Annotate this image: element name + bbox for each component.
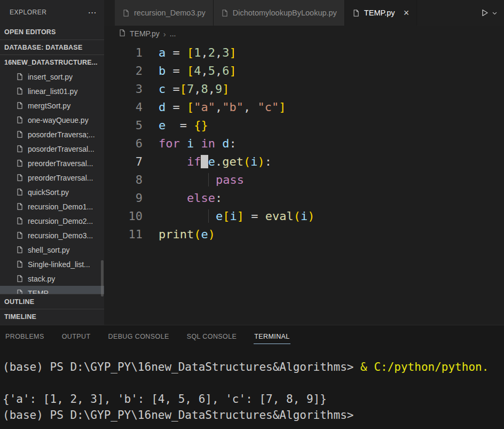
file-icon <box>122 9 130 17</box>
line-number: 1 <box>104 44 143 62</box>
code-text: else: <box>159 189 222 207</box>
panel-tab[interactable]: OUTPUT <box>61 329 91 344</box>
code-text: b = [4,5,6] <box>159 62 237 80</box>
workbench: EXPLORER ⋯ OPEN EDITORS DATABASE: DATABA… <box>0 0 504 325</box>
run-button[interactable] <box>481 9 489 17</box>
chevron-down-icon[interactable] <box>492 10 498 16</box>
editor-tab[interactable]: TEMP.py× <box>345 0 417 26</box>
file-name: linear_list01.py <box>28 87 77 96</box>
explorer-sidebar: EXPLORER ⋯ OPEN EDITORS DATABASE: DATABA… <box>0 0 104 325</box>
code-editor[interactable]: 1a = [1,2,3]2b = [4,5,6]3c =[7,8,9]4d = … <box>104 42 504 325</box>
breadcrumb-file[interactable]: TEMP.py <box>130 29 160 38</box>
tab-label: recursion_Demo3.py <box>134 9 206 17</box>
line-number: 6 <box>104 135 143 153</box>
panel-tab[interactable]: TERMINAL <box>254 329 290 344</box>
tab-label: DichotomylookupByLookup.py <box>233 9 337 17</box>
file-item[interactable]: preorderTraversal... <box>0 170 104 185</box>
editor-tab[interactable]: recursion_Demo3.py <box>115 0 214 26</box>
code-text: c =[7,8,9] <box>159 80 230 98</box>
section-outline[interactable]: OUTLINE <box>0 294 104 309</box>
file-item[interactable]: preorderTraversal... <box>0 156 104 170</box>
line-number: 4 <box>104 98 143 116</box>
code-text: d = ["a","b", "c"] <box>159 98 286 116</box>
code-line[interactable]: 10 e[i] = eval(i) <box>104 207 504 225</box>
terminal-line: (base) PS D:\GYP_PY\16new_DataStructures… <box>3 407 504 423</box>
file-icon <box>16 145 23 153</box>
line-number: 10 <box>104 207 143 225</box>
file-icon <box>16 289 23 294</box>
panel-tab[interactable]: SQL CONSOLE <box>186 329 238 344</box>
code-line[interactable]: 6for i in d: <box>104 135 504 153</box>
file-icon <box>16 159 23 167</box>
code-line[interactable]: 3c =[7,8,9] <box>104 80 504 98</box>
editor-tab[interactable]: DichotomylookupByLookup.py <box>214 0 345 26</box>
close-icon[interactable]: × <box>404 8 410 18</box>
file-item[interactable]: insert_sort.py <box>0 69 104 84</box>
file-item[interactable]: quickSort.py <box>0 185 104 199</box>
file-name: preorderTraversal... <box>28 159 93 168</box>
file-icon <box>16 260 23 268</box>
editor-actions <box>481 0 504 26</box>
file-icon <box>119 29 126 38</box>
file-item[interactable]: recursion_Demo1... <box>0 199 104 214</box>
file-item[interactable]: mergtSort.py <box>0 98 104 113</box>
sidebar-scrollbar[interactable] <box>101 260 104 297</box>
code-line[interactable]: 9 else: <box>104 189 504 207</box>
file-icon <box>16 217 23 225</box>
file-item[interactable]: shell_sort.py <box>0 243 104 257</box>
line-number: 7 <box>104 153 143 171</box>
more-actions-icon[interactable]: ⋯ <box>88 7 97 18</box>
line-number: 11 <box>104 225 143 244</box>
code-line[interactable]: 4d = ["a","b", "c"] <box>104 98 504 116</box>
code-line[interactable]: 8 pass <box>104 171 504 189</box>
terminal-line: {'a': [1, 2, 3], 'b': [4, 5, 6], 'c': [7… <box>3 391 504 407</box>
section-open-editors[interactable]: OPEN EDITORS <box>0 25 104 40</box>
line-number: 3 <box>104 80 143 98</box>
file-item[interactable]: recursion_Demo2... <box>0 214 104 228</box>
file-name: posorderTraversal... <box>28 145 94 153</box>
line-number: 9 <box>104 189 143 207</box>
file-name: recursion_Demo1... <box>28 202 93 211</box>
terminal-line: (base) PS D:\GYP_PY\16new_DataStructures… <box>3 359 504 375</box>
file-item[interactable]: stack.py <box>0 271 104 286</box>
panel-tab[interactable]: DEBUG CONSOLE <box>107 329 169 344</box>
indent-guide <box>208 209 216 223</box>
code-line[interactable]: 1a = [1,2,3] <box>104 44 504 62</box>
code-line[interactable]: 11print(e) <box>104 225 504 244</box>
section-timeline[interactable]: TIMELINE <box>0 309 104 324</box>
file-icon <box>16 231 23 239</box>
code-text: if e.get(i): <box>159 153 272 171</box>
file-item[interactable]: one-wayQueue.py <box>0 113 104 127</box>
file-item[interactable]: recursion_Demo3... <box>0 228 104 243</box>
file-name: posorderTraversa;... <box>28 130 95 139</box>
file-name: recursion_Demo3... <box>28 231 93 240</box>
breadcrumb[interactable]: TEMP.py › ... <box>104 26 504 42</box>
editor-group: recursion_Demo3.pyDichotomylookupByLooku… <box>104 0 504 325</box>
code-text: e[i] = eval(i) <box>159 207 314 225</box>
code-line[interactable]: 7 if e.get(i): <box>104 153 504 171</box>
section-database[interactable]: DATABASE: DATABASE <box>0 40 104 54</box>
code-line[interactable]: 2b = [4,5,6] <box>104 62 504 80</box>
code-line[interactable]: 5e = {} <box>104 116 504 135</box>
bottom-panel: PROBLEMSOUTPUTDEBUG CONSOLESQL CONSOLETE… <box>0 325 504 429</box>
panel-tab-bar: PROBLEMSOUTPUTDEBUG CONSOLESQL CONSOLETE… <box>0 325 504 348</box>
file-icon <box>16 87 23 95</box>
file-item[interactable]: Single-linked_list... <box>0 257 104 271</box>
breadcrumb-ellipsis[interactable]: ... <box>170 29 176 38</box>
file-name: shell_sort.py <box>28 246 70 254</box>
file-name: quickSort.py <box>28 188 69 197</box>
code-text: e = {} <box>159 116 208 135</box>
terminal-output[interactable]: (base) PS D:\GYP_PY\16new_DataStructures… <box>0 348 504 423</box>
file-item[interactable]: posorderTraversa;... <box>0 127 104 142</box>
panel-tab[interactable]: PROBLEMS <box>5 329 45 344</box>
file-item[interactable]: linear_list01.py <box>0 84 104 98</box>
file-icon <box>16 174 23 182</box>
file-name: one-wayQueue.py <box>28 116 89 124</box>
text-cursor <box>201 155 208 168</box>
file-item[interactable]: TEMP <box>0 286 104 294</box>
file-name: preorderTraversal... <box>28 174 93 182</box>
code-text: for i in d: <box>159 135 237 153</box>
section-project[interactable]: 16NEW_DATASTRUCTURE... <box>0 54 104 69</box>
tab-label: TEMP.py <box>364 9 395 17</box>
file-item[interactable]: posorderTraversal... <box>0 142 104 156</box>
